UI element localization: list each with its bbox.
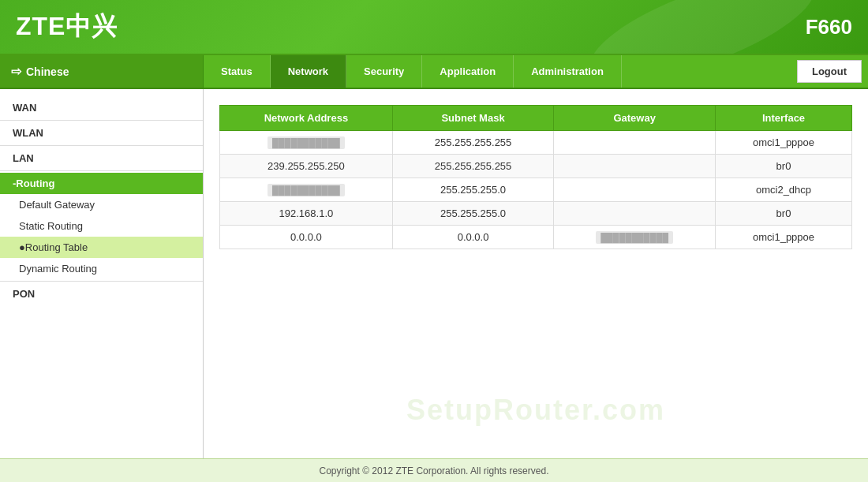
cell-subnet: 255.255.255.0 xyxy=(392,202,554,226)
cell-network: 239.255.255.250 xyxy=(220,155,393,178)
cell-gateway xyxy=(554,131,716,155)
logout-button[interactable]: Logout xyxy=(797,60,862,83)
sidebar-item-default-gateway[interactable]: Default Gateway xyxy=(0,194,203,215)
cell-subnet: 255.255.255.0 xyxy=(392,178,554,202)
cell-interface: br0 xyxy=(716,202,852,226)
cell-subnet: 255.255.255.255 xyxy=(392,131,554,155)
sidebar-item-pon[interactable]: PON xyxy=(0,283,203,305)
cell-interface: br0 xyxy=(716,155,852,178)
copyright-text: Copyright © 2012 ZTE Corporation. All ri… xyxy=(320,465,549,476)
model-name: F660 xyxy=(806,15,852,39)
cell-network: 0.0.0.0 xyxy=(220,226,393,249)
sidebar-item-wan[interactable]: WAN xyxy=(0,97,203,118)
sidebar-item-static-routing[interactable]: Static Routing xyxy=(0,215,203,237)
col-gateway: Gateway xyxy=(554,106,716,131)
sidebar: WAN WLAN LAN -Routing Default Gateway St… xyxy=(0,89,204,458)
sidebar-item-lan[interactable]: LAN xyxy=(0,148,203,169)
cell-gateway xyxy=(554,178,716,202)
table-row: ███████████ 255.255.255.255 omci1_pppoe xyxy=(220,131,852,155)
header: ZTE中兴 F660 xyxy=(0,0,868,54)
col-network-address: Network Address xyxy=(220,106,393,131)
cell-gateway xyxy=(554,202,716,226)
table-row: 0.0.0.0 0.0.0.0 ███████████ omci1_pppoe xyxy=(220,226,852,249)
cell-network: 192.168.1.0 xyxy=(220,202,393,226)
cell-subnet: 0.0.0.0 xyxy=(392,226,554,249)
cell-network: ███████████ xyxy=(220,131,393,155)
routing-table: Network Address Subnet Mask Gateway Inte… xyxy=(219,105,852,249)
cell-interface: omci2_dhcp xyxy=(716,178,852,202)
main-content: WAN WLAN LAN -Routing Default Gateway St… xyxy=(0,89,868,458)
tab-administration[interactable]: Administration xyxy=(514,55,622,88)
cell-subnet: 255.255.255.255 xyxy=(392,155,554,178)
tab-status[interactable]: Status xyxy=(204,55,271,88)
cell-gateway xyxy=(554,155,716,178)
language-label: Chinese xyxy=(26,65,69,78)
language-switcher[interactable]: ⇨ Chinese xyxy=(0,55,204,88)
sidebar-item-routing[interactable]: -Routing xyxy=(0,173,203,194)
sidebar-item-routing-table[interactable]: ●Routing Table xyxy=(0,237,203,258)
table-row: 192.168.1.0 255.255.255.0 br0 xyxy=(220,202,852,226)
cell-interface: omci1_pppoe xyxy=(716,131,852,155)
sidebar-item-dynamic-routing[interactable]: Dynamic Routing xyxy=(0,258,203,279)
navbar: ⇨ Chinese Status Network Security Applic… xyxy=(0,54,868,89)
col-subnet-mask: Subnet Mask xyxy=(392,106,554,131)
footer: Copyright © 2012 ZTE Corporation. All ri… xyxy=(0,458,868,482)
tab-network[interactable]: Network xyxy=(271,55,346,88)
logo: ZTE中兴 xyxy=(16,9,118,44)
language-arrow: ⇨ xyxy=(11,64,21,79)
content-area: SetupRouter.com Network Address Subnet M… xyxy=(204,89,868,458)
sidebar-item-wlan[interactable]: WLAN xyxy=(0,122,203,144)
logo-text: ZTE中兴 xyxy=(16,9,118,44)
table-row: ███████████ 255.255.255.0 omci2_dhcp xyxy=(220,178,852,202)
tab-application[interactable]: Application xyxy=(422,55,514,88)
watermark: SetupRouter.com xyxy=(406,394,665,427)
col-interface: Interface xyxy=(716,106,852,131)
table-row: 239.255.255.250 255.255.255.255 br0 xyxy=(220,155,852,178)
nav-tabs: Status Network Security Application Admi… xyxy=(204,55,797,88)
cell-network: ███████████ xyxy=(220,178,393,202)
tab-security[interactable]: Security xyxy=(346,55,422,88)
cell-gateway: ███████████ xyxy=(554,226,716,249)
cell-interface: omci1_pppoe xyxy=(716,226,852,249)
